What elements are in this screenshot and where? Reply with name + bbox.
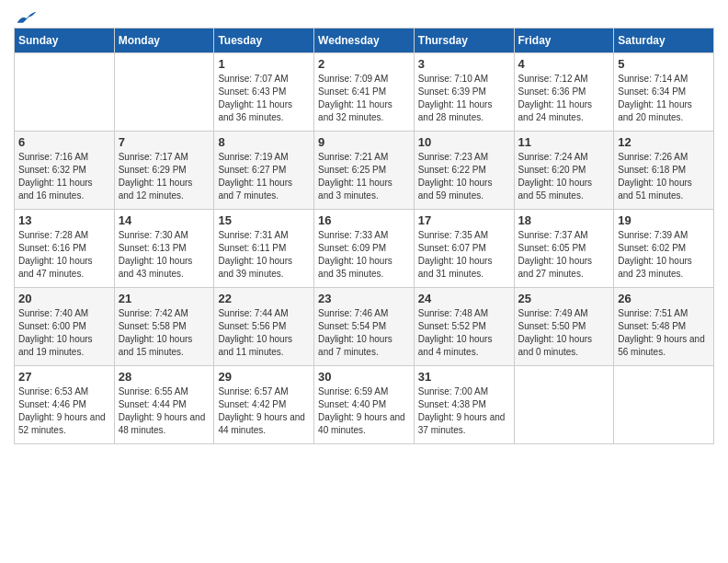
weekday-header-sunday: Sunday xyxy=(15,29,115,53)
day-info: Sunrise: 7:39 AMSunset: 6:02 PMDaylight:… xyxy=(618,229,710,281)
day-number: 7 xyxy=(119,135,210,149)
day-info: Sunrise: 7:12 AMSunset: 6:36 PMDaylight:… xyxy=(518,73,610,124)
calendar-cell: 4Sunrise: 7:12 AMSunset: 6:36 PMDaylight… xyxy=(514,53,614,132)
day-number: 28 xyxy=(119,370,210,384)
calendar-cell: 13Sunrise: 7:28 AMSunset: 6:16 PMDayligh… xyxy=(15,210,115,288)
day-info: Sunrise: 7:51 AMSunset: 5:48 PMDaylight:… xyxy=(618,307,710,359)
day-number: 15 xyxy=(218,213,310,227)
calendar-cell xyxy=(614,366,714,444)
calendar-cell: 14Sunrise: 7:30 AMSunset: 6:13 PMDayligh… xyxy=(114,210,214,288)
day-number: 12 xyxy=(618,135,710,149)
calendar-cell: 20Sunrise: 7:40 AMSunset: 6:00 PMDayligh… xyxy=(15,288,115,366)
day-info: Sunrise: 7:42 AMSunset: 5:58 PMDaylight:… xyxy=(119,307,210,359)
calendar-cell: 26Sunrise: 7:51 AMSunset: 5:48 PMDayligh… xyxy=(614,288,714,366)
day-number: 16 xyxy=(318,213,410,227)
logo xyxy=(14,9,38,20)
day-info: Sunrise: 7:19 AMSunset: 6:27 PMDaylight:… xyxy=(218,151,310,202)
day-info: Sunrise: 7:07 AMSunset: 6:43 PMDaylight:… xyxy=(218,73,310,124)
calendar-cell: 27Sunrise: 6:53 AMSunset: 4:46 PMDayligh… xyxy=(15,366,115,444)
calendar-table: SundayMondayTuesdayWednesdayThursdayFrid… xyxy=(14,28,714,444)
day-number: 26 xyxy=(618,292,710,305)
calendar-cell: 21Sunrise: 7:42 AMSunset: 5:58 PMDayligh… xyxy=(114,288,214,366)
day-number: 18 xyxy=(518,213,610,227)
weekday-header-row: SundayMondayTuesdayWednesdayThursdayFrid… xyxy=(15,29,714,53)
day-number: 6 xyxy=(18,135,110,149)
day-number: 13 xyxy=(18,213,110,227)
calendar-cell: 22Sunrise: 7:44 AMSunset: 5:56 PMDayligh… xyxy=(214,288,314,366)
day-info: Sunrise: 6:55 AMSunset: 4:44 PMDaylight:… xyxy=(119,385,210,437)
calendar-cell: 18Sunrise: 7:37 AMSunset: 6:05 PMDayligh… xyxy=(514,210,614,288)
weekday-header-tuesday: Tuesday xyxy=(214,29,314,53)
day-info: Sunrise: 6:57 AMSunset: 4:42 PMDaylight:… xyxy=(218,385,310,437)
day-info: Sunrise: 6:59 AMSunset: 4:40 PMDaylight:… xyxy=(318,385,410,437)
week-row-1: 1Sunrise: 7:07 AMSunset: 6:43 PMDaylight… xyxy=(15,53,714,132)
day-number: 29 xyxy=(218,370,310,384)
day-info: Sunrise: 7:28 AMSunset: 6:16 PMDaylight:… xyxy=(18,229,110,281)
calendar-cell: 23Sunrise: 7:46 AMSunset: 5:54 PMDayligh… xyxy=(314,288,415,366)
day-info: Sunrise: 7:16 AMSunset: 6:32 PMDaylight:… xyxy=(18,151,110,202)
calendar-cell: 7Sunrise: 7:17 AMSunset: 6:29 PMDaylight… xyxy=(114,132,214,210)
calendar-cell: 2Sunrise: 7:09 AMSunset: 6:41 PMDaylight… xyxy=(314,53,415,132)
calendar-cell xyxy=(514,366,614,444)
calendar-cell: 16Sunrise: 7:33 AMSunset: 6:09 PMDayligh… xyxy=(314,210,415,288)
day-info: Sunrise: 7:10 AMSunset: 6:39 PMDaylight:… xyxy=(418,73,510,124)
day-number: 27 xyxy=(18,370,110,384)
day-number: 24 xyxy=(418,292,510,305)
logo-bird-icon xyxy=(16,9,38,28)
day-info: Sunrise: 7:24 AMSunset: 6:20 PMDaylight:… xyxy=(518,151,610,202)
calendar-cell: 3Sunrise: 7:10 AMSunset: 6:39 PMDaylight… xyxy=(414,53,514,132)
weekday-header-wednesday: Wednesday xyxy=(314,29,415,53)
calendar-cell: 5Sunrise: 7:14 AMSunset: 6:34 PMDaylight… xyxy=(614,53,714,132)
calendar-cell: 28Sunrise: 6:55 AMSunset: 4:44 PMDayligh… xyxy=(114,366,214,444)
week-row-4: 20Sunrise: 7:40 AMSunset: 6:00 PMDayligh… xyxy=(15,288,714,366)
day-info: Sunrise: 7:33 AMSunset: 6:09 PMDaylight:… xyxy=(318,229,410,281)
day-number: 30 xyxy=(318,370,410,384)
day-info: Sunrise: 7:44 AMSunset: 5:56 PMDaylight:… xyxy=(218,307,310,359)
day-number: 8 xyxy=(218,135,310,149)
calendar-cell: 12Sunrise: 7:26 AMSunset: 6:18 PMDayligh… xyxy=(614,132,714,210)
calendar-cell: 1Sunrise: 7:07 AMSunset: 6:43 PMDaylight… xyxy=(214,53,314,132)
day-number: 3 xyxy=(418,57,510,71)
calendar-cell: 8Sunrise: 7:19 AMSunset: 6:27 PMDaylight… xyxy=(214,132,314,210)
calendar-cell: 15Sunrise: 7:31 AMSunset: 6:11 PMDayligh… xyxy=(214,210,314,288)
day-info: Sunrise: 7:46 AMSunset: 5:54 PMDaylight:… xyxy=(318,307,410,359)
day-number: 19 xyxy=(618,213,710,227)
day-info: Sunrise: 7:14 AMSunset: 6:34 PMDaylight:… xyxy=(618,73,710,124)
day-info: Sunrise: 7:48 AMSunset: 5:52 PMDaylight:… xyxy=(418,307,510,359)
day-info: Sunrise: 6:53 AMSunset: 4:46 PMDaylight:… xyxy=(18,385,110,437)
weekday-header-thursday: Thursday xyxy=(414,29,514,53)
day-number: 25 xyxy=(518,292,610,305)
weekday-header-saturday: Saturday xyxy=(614,29,714,53)
day-number: 2 xyxy=(318,57,410,71)
day-info: Sunrise: 7:37 AMSunset: 6:05 PMDaylight:… xyxy=(518,229,610,281)
day-info: Sunrise: 7:31 AMSunset: 6:11 PMDaylight:… xyxy=(218,229,310,281)
day-info: Sunrise: 7:23 AMSunset: 6:22 PMDaylight:… xyxy=(418,151,510,202)
weekday-header-friday: Friday xyxy=(514,29,614,53)
calendar-cell: 25Sunrise: 7:49 AMSunset: 5:50 PMDayligh… xyxy=(514,288,614,366)
day-info: Sunrise: 7:21 AMSunset: 6:25 PMDaylight:… xyxy=(318,151,410,202)
calendar-cell: 9Sunrise: 7:21 AMSunset: 6:25 PMDaylight… xyxy=(314,132,415,210)
calendar-cell: 10Sunrise: 7:23 AMSunset: 6:22 PMDayligh… xyxy=(414,132,514,210)
day-info: Sunrise: 7:30 AMSunset: 6:13 PMDaylight:… xyxy=(119,229,210,281)
calendar-cell: 30Sunrise: 6:59 AMSunset: 4:40 PMDayligh… xyxy=(314,366,415,444)
day-info: Sunrise: 7:49 AMSunset: 5:50 PMDaylight:… xyxy=(518,307,610,359)
day-info: Sunrise: 7:09 AMSunset: 6:41 PMDaylight:… xyxy=(318,73,410,124)
day-number: 20 xyxy=(18,292,110,305)
day-info: Sunrise: 7:35 AMSunset: 6:07 PMDaylight:… xyxy=(418,229,510,281)
calendar-cell: 29Sunrise: 6:57 AMSunset: 4:42 PMDayligh… xyxy=(214,366,314,444)
week-row-3: 13Sunrise: 7:28 AMSunset: 6:16 PMDayligh… xyxy=(15,210,714,288)
day-number: 22 xyxy=(218,292,310,305)
day-number: 17 xyxy=(418,213,510,227)
day-info: Sunrise: 7:40 AMSunset: 6:00 PMDaylight:… xyxy=(18,307,110,359)
day-info: Sunrise: 7:17 AMSunset: 6:29 PMDaylight:… xyxy=(119,151,210,202)
calendar-cell: 11Sunrise: 7:24 AMSunset: 6:20 PMDayligh… xyxy=(514,132,614,210)
day-number: 4 xyxy=(518,57,610,71)
calendar-cell: 24Sunrise: 7:48 AMSunset: 5:52 PMDayligh… xyxy=(414,288,514,366)
day-number: 10 xyxy=(418,135,510,149)
week-row-5: 27Sunrise: 6:53 AMSunset: 4:46 PMDayligh… xyxy=(15,366,714,444)
day-number: 21 xyxy=(119,292,210,305)
calendar-cell: 6Sunrise: 7:16 AMSunset: 6:32 PMDaylight… xyxy=(15,132,115,210)
day-number: 5 xyxy=(618,57,710,71)
day-number: 9 xyxy=(318,135,410,149)
week-row-2: 6Sunrise: 7:16 AMSunset: 6:32 PMDaylight… xyxy=(15,132,714,210)
